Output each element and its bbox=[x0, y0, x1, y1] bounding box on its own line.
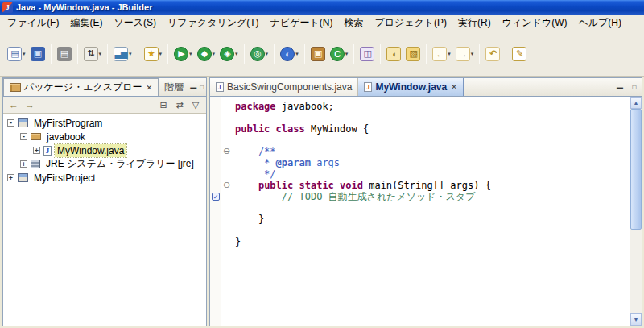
dropdown-arrow-icon[interactable]: ▾ bbox=[295, 51, 299, 57]
editor-tab[interactable]: JBasicSwingComponents.java bbox=[210, 78, 358, 96]
dropdown-arrow-icon[interactable]: ▾ bbox=[189, 51, 192, 57]
code-editor[interactable]: package javabook;public class MyWindow {… bbox=[232, 97, 630, 326]
menu-item[interactable]: ウィンドウ(W) bbox=[497, 15, 573, 31]
tree-expander-icon[interactable]: + bbox=[33, 147, 40, 154]
close-icon[interactable]: ✕ bbox=[451, 83, 457, 91]
new-package-icon: ▣ bbox=[311, 47, 325, 61]
new-button[interactable]: ▤▾ bbox=[5, 43, 28, 65]
tree-expander-icon[interactable]: + bbox=[7, 174, 14, 181]
coverage-icon: ◎ bbox=[250, 47, 265, 61]
toolbar-separator bbox=[426, 44, 427, 64]
run-button[interactable]: ▶▾ bbox=[171, 43, 195, 65]
tree-expander-icon[interactable]: - bbox=[20, 133, 27, 140]
view-tab-hierarchy[interactable]: 階層 bbox=[159, 78, 189, 96]
back-icon[interactable]: ← bbox=[6, 98, 22, 112]
dropdown-arrow-icon[interactable]: ▾ bbox=[99, 51, 102, 57]
new-wizard-button[interactable]: ★▾ bbox=[142, 43, 165, 65]
code-token: } bbox=[235, 236, 241, 247]
code-line: public class MyWindow { bbox=[235, 123, 630, 135]
last-edit-location-button[interactable]: ↶ bbox=[483, 43, 502, 65]
annotate-button[interactable]: ✎ bbox=[510, 43, 529, 65]
debug-button[interactable]: ◆▾ bbox=[195, 43, 218, 65]
menu-item[interactable]: プロジェクト(P) bbox=[369, 15, 452, 31]
scrollbar-thumb[interactable] bbox=[630, 109, 642, 230]
window-title: Java - MyWindow.java - JBuilder bbox=[16, 2, 152, 12]
code-token: MyWindow { bbox=[305, 123, 369, 135]
save-button[interactable]: ▣ bbox=[28, 43, 47, 65]
editor-tab[interactable]: JMyWindow.java✕ bbox=[358, 78, 463, 96]
view-tab-package-explorer[interactable]: パッケージ・エクスプロー✕ bbox=[3, 78, 159, 96]
maximize-button[interactable]: □ bbox=[627, 81, 642, 93]
link-editor-icon[interactable]: ⇄ bbox=[171, 98, 188, 112]
vertical-scrollbar[interactable]: ▲ ▼ bbox=[630, 97, 642, 326]
project-icon bbox=[18, 118, 28, 127]
toolbar-separator bbox=[353, 44, 354, 64]
new-class-button[interactable]: C▾ bbox=[328, 43, 351, 65]
code-token: package bbox=[235, 101, 276, 112]
web-browser-button[interactable]: ◐▾ bbox=[278, 43, 301, 65]
dropdown-arrow-icon[interactable]: ▾ bbox=[471, 51, 474, 57]
scroll-up-icon[interactable]: ▲ bbox=[630, 97, 642, 109]
menu-item[interactable]: ナビゲート(N) bbox=[265, 15, 339, 31]
menu-item[interactable]: 検索 bbox=[338, 15, 369, 31]
menu-item[interactable]: ヘルプ(H) bbox=[572, 15, 627, 31]
dropdown-arrow-icon[interactable]: ▾ bbox=[448, 51, 451, 57]
minimize-button[interactable]: ▬ bbox=[189, 81, 197, 93]
minimize-button[interactable]: ▬ bbox=[613, 81, 627, 93]
code-line: } bbox=[235, 214, 630, 225]
print-button[interactable]: ▤ bbox=[55, 43, 74, 65]
back-button[interactable]: ←▾ bbox=[430, 43, 453, 65]
search-button[interactable]: ◖ bbox=[384, 43, 403, 65]
toolbar-separator bbox=[244, 44, 245, 64]
scrollbar-track[interactable] bbox=[630, 230, 642, 313]
menu-item[interactable]: ソース(S) bbox=[108, 15, 162, 31]
dropdown-arrow-icon[interactable]: ▾ bbox=[235, 51, 238, 57]
view-menu-icon[interactable]: ▽ bbox=[188, 98, 204, 112]
dropdown-arrow-icon[interactable]: ▾ bbox=[266, 51, 269, 57]
code-token bbox=[235, 180, 258, 191]
tree-row[interactable]: -MyFirstProgram bbox=[3, 116, 206, 130]
forward-icon[interactable]: → bbox=[22, 98, 38, 112]
code-token: args bbox=[311, 157, 340, 168]
print-icon: ▤ bbox=[57, 47, 72, 61]
open-type-button[interactable]: ◫ bbox=[357, 43, 377, 65]
view-tab-label: パッケージ・エクスプロー bbox=[24, 81, 142, 94]
dropdown-arrow-icon[interactable]: ▾ bbox=[159, 51, 163, 57]
open-type-icon: ◫ bbox=[360, 47, 374, 61]
forward-button[interactable]: →▾ bbox=[453, 43, 477, 65]
code-line: package javabook; bbox=[235, 101, 630, 112]
tree-row[interactable]: +JMyWindow.java bbox=[3, 143, 206, 157]
fold-collapse-icon[interactable]: ⊖ bbox=[222, 147, 231, 156]
tree-row[interactable]: +MyFirstProject bbox=[3, 171, 206, 185]
open-resource-button[interactable]: ▨ bbox=[403, 43, 423, 65]
tree-expander-icon[interactable]: + bbox=[20, 160, 27, 168]
tree-row[interactable]: +JRE システム・ライブラリー [jre] bbox=[3, 157, 206, 171]
dropdown-arrow-icon[interactable]: ▾ bbox=[213, 51, 216, 57]
tree-row[interactable]: -javabook bbox=[3, 130, 206, 143]
main-toolbar: ▤▾▣▤⇅▾▃▅▾★▾▶▾◆▾◈▾◎▾◐▾▣C▾◫◖▨←▾→▾↶✎ bbox=[0, 31, 644, 77]
dropdown-arrow-icon[interactable]: ▾ bbox=[345, 51, 349, 57]
code-line: * @param args bbox=[235, 157, 630, 168]
menu-item[interactable]: 実行(R) bbox=[452, 15, 497, 31]
dropdown-arrow-icon[interactable]: ▾ bbox=[23, 51, 26, 57]
menu-item[interactable]: 編集(E) bbox=[64, 15, 108, 31]
marker-bar[interactable]: ✓ bbox=[210, 97, 221, 326]
coverage-button[interactable]: ◎▾ bbox=[248, 43, 271, 65]
external-tools-button[interactable]: ◈▾ bbox=[217, 43, 241, 65]
run-icon: ▶ bbox=[174, 47, 188, 61]
tree-expander-icon[interactable]: - bbox=[7, 119, 14, 127]
fold-bar[interactable]: ⊖⊖ bbox=[221, 97, 232, 326]
sort-members-button[interactable]: ⇅▾ bbox=[81, 43, 105, 65]
fold-collapse-icon[interactable]: ⊖ bbox=[222, 181, 231, 189]
new-package-button[interactable]: ▣ bbox=[308, 43, 328, 65]
task-marker-icon[interactable]: ✓ bbox=[212, 193, 220, 201]
menu-item[interactable]: ファイル(F) bbox=[2, 15, 64, 31]
profile-chart-button[interactable]: ▃▅▾ bbox=[111, 43, 134, 65]
close-icon[interactable]: ✕ bbox=[147, 84, 153, 92]
scroll-down-icon[interactable]: ▼ bbox=[630, 313, 642, 326]
dropdown-arrow-icon[interactable]: ▾ bbox=[129, 51, 132, 57]
maximize-button[interactable]: □ bbox=[198, 81, 206, 93]
toolbar-separator bbox=[138, 44, 138, 64]
collapse-all-icon[interactable]: ⊟ bbox=[155, 98, 171, 112]
menu-item[interactable]: リファクタリング(T) bbox=[162, 15, 265, 31]
